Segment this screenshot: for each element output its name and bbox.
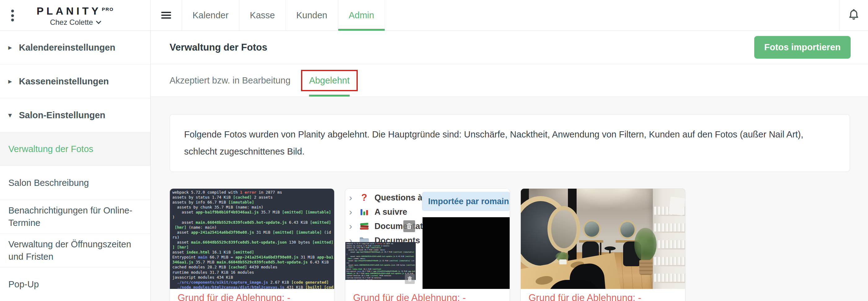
rejected-photo-desktop-screenshot[interactable]: ›?Questions à remonter›A suivre›Document… [345, 189, 509, 289]
shelf-row [654, 240, 685, 249]
topbar-right [839, 0, 868, 30]
click-annotation-wrap: Abgelehnt [301, 64, 358, 97]
terminal-line: ./node_modules/html2canvas/dist/html2can… [173, 285, 334, 289]
salon-wall-mirror [583, 220, 601, 238]
salon-name: Chez Colette [50, 18, 93, 27]
salon-plant-pot [559, 259, 567, 264]
question-icon: ? [362, 192, 367, 203]
sidebar-item-kalendereinstellungen[interactable]: ▸Kalendereinstellungen [0, 31, 150, 64]
terminal-line: asset main.66048b5529c839fce8d5.hot-upda… [173, 240, 334, 245]
kebab-menu-icon[interactable] [11, 10, 15, 21]
sidebar-item-verwaltung-der-öffnungszeiten-und-fristen[interactable]: Verwaltung der Öffnungszeiten und Friste… [0, 234, 150, 268]
brand-zone: PLANITYPRO Chez Colette [0, 0, 151, 30]
terminal-line: rs) [346, 262, 416, 264]
tab-rejected[interactable]: Abgelehnt [309, 75, 350, 85]
salon-brand-sign [669, 196, 685, 215]
sidebar-item-label: Pop-Up [8, 278, 39, 291]
rejected-photo-card: webpack 5.72.0 compiled with 1 error in … [169, 188, 335, 301]
top-tab-kalender[interactable]: Kalender [182, 0, 239, 30]
page-title: Verwaltung der Fotos [169, 42, 267, 53]
terminal-line: [hmr] (name: main) [173, 225, 334, 230]
top-navigation: KalenderKasseKundenAdmin [151, 0, 385, 30]
tab-accepted-in-progress[interactable]: Akzeptiert bzw. in Bearbeitung [169, 75, 290, 86]
import-photos-button[interactable]: Fotos importieren [754, 36, 850, 59]
terminal-line: webpack 5.72.0 compiled with 1 error in … [173, 190, 334, 195]
top-tab-admin[interactable]: Admin [338, 0, 385, 30]
rejected-photos-content: Folgende Fotos wurden von Planity abgele… [151, 97, 868, 301]
terminal-line: assets by chunk 35.7 MiB (name: main) [173, 205, 334, 210]
imported-by-banner: Importée par romain.wisniewsk [422, 192, 509, 211]
chevron-right-icon: › [349, 222, 359, 231]
terminal-line: assets by status 1.74 KiB [cached] 2 ass… [346, 245, 416, 247]
top-tab-kunden[interactable]: Kunden [285, 0, 338, 30]
terminal-line: asset main.66048b5529c839fce8d5.hot-upda… [346, 264, 416, 266]
terminal-line: rs) [173, 235, 334, 240]
black-image-area [423, 217, 509, 289]
chevron-down-icon [96, 19, 101, 24]
click-annotation-box: Abgelehnt [301, 70, 358, 91]
salon-selector[interactable]: Chez Colette [37, 18, 114, 27]
terminal-line: [hmr] (name: main) [346, 257, 416, 260]
planity-logo: PLANITYPRO [37, 4, 114, 17]
chevron-right-icon: › [349, 193, 359, 202]
triangle-down-icon: ▾ [8, 109, 19, 121]
sidebar-item-benachrichtigungen-für-online-termine[interactable]: Benachrichtigungen für Online-Termine [0, 200, 150, 234]
shelf-row [654, 223, 685, 233]
tree-item-label: A suivre [374, 207, 407, 217]
planity-admin-screen: PLANITYPRO Chez Colette KalenderKasseKun… [0, 0, 868, 301]
sidebar-item-kasseneinstellungen[interactable]: ▸Kasseneinstellungen [0, 64, 150, 99]
terminal-line: ) [173, 215, 334, 220]
rejected-photo-cards: webpack 5.72.0 compiled with 1 error in … [169, 188, 868, 301]
rejected-photo-salon[interactable] [521, 189, 685, 289]
brand: PLANITYPRO Chez Colette [37, 4, 114, 26]
rejected-photo-terminal[interactable]: webpack 5.72.0 compiled with 1 error in … [170, 189, 334, 289]
terminal-line: ] [hmr] [173, 245, 334, 250]
terminal-line: Entrypoint main 66.7 MiB = app-241a25414… [173, 255, 334, 260]
terminal-line: assets by info 66.7 MiB [immutable] [173, 200, 334, 205]
terminal-line: asset app-ba1f9b0b16f4b9346aa1.js 35.7 M… [173, 210, 334, 215]
terminal-line: javascript modules 434 KiB [173, 275, 334, 280]
terminal-line: ] [hmr] [346, 266, 416, 268]
top-tab-kasse[interactable]: Kasse [239, 0, 285, 30]
books-icon [359, 222, 369, 231]
terminal-line: runtime modules 31.7 KiB 16 modules [173, 270, 334, 275]
trash-icon [407, 276, 413, 282]
shelf-row [654, 257, 685, 266]
rejected-photo-card: Grund für die Ablehnung: - [521, 188, 685, 301]
hamburger-menu-button[interactable] [151, 0, 182, 30]
salon-round-mirror [548, 206, 580, 252]
sidebar-item-pop-up[interactable]: Pop-Up [0, 268, 150, 301]
topbar: PLANITYPRO Chez Colette KalenderKasseKun… [0, 0, 868, 31]
terminal-line: assets by chunk 35.7 MiB (name: main) [346, 249, 416, 251]
sidebar-item-label: Kasseneinstellungen [19, 75, 109, 87]
terminal-screenshot: webpack 5.72.0 compiled with 1 error in … [170, 189, 334, 289]
notifications-bell-icon[interactable] [847, 8, 860, 22]
sidebar-item-label: Verwaltung der Fotos [8, 143, 93, 155]
triangle-right-icon: ▸ [8, 75, 19, 87]
rejection-info-text: Folgende Fotos wurden von Planity abgele… [184, 126, 835, 160]
sidebar-item-verwaltung-der-fotos[interactable]: Verwaltung der Fotos [0, 132, 150, 166]
chevron-right-icon: › [349, 207, 359, 217]
terminal-line: webpack 5.72.0 compiled with 1 error in … [346, 243, 416, 245]
salon-stool [604, 246, 616, 250]
terminal-line: asset app-241a25414a6bd3f98e08.js 31 MiB… [173, 230, 334, 235]
sidebar-item-salon-einstellungen[interactable]: ▾Salon-Einstellungen [0, 99, 150, 132]
sidebar-item-label: Kalendereinstellungen [19, 41, 115, 54]
terminal-line: asset app-241a25414a6bd3f98e08.js 31 MiB… [346, 260, 416, 262]
counter-cutout [535, 275, 554, 286]
rejected-photo-card: ›?Questions à remonter›A suivre›Document… [345, 188, 510, 301]
delete-photo-button[interactable] [405, 274, 415, 284]
sidebar-item-label: Verwaltung der Öffnungszeiten und Friste… [8, 238, 138, 263]
terminal-line: assets by info 66.7 MiB [immutable] [346, 247, 416, 249]
rejection-reason: Grund für die Ablehnung: - [521, 289, 685, 301]
delete-photo-button[interactable] [403, 220, 415, 232]
terminal-line: asset main.66048b5529c839fce8d5.hot-upda… [346, 255, 416, 257]
salon-wall-mirror [619, 220, 636, 239]
logo-pro-badge: PRO [102, 6, 114, 12]
shelf-row [654, 274, 685, 283]
sidebar-item-salon-beschreibung[interactable]: Salon Beschreibung [0, 166, 150, 200]
bar-chart-icon [360, 207, 369, 217]
salon-plant-basket [639, 260, 653, 275]
rejection-reason: Grund für die Ablehnung: - [345, 289, 509, 301]
terminal-line: asset index.html 16.1 KiB [emitted] [173, 250, 334, 255]
